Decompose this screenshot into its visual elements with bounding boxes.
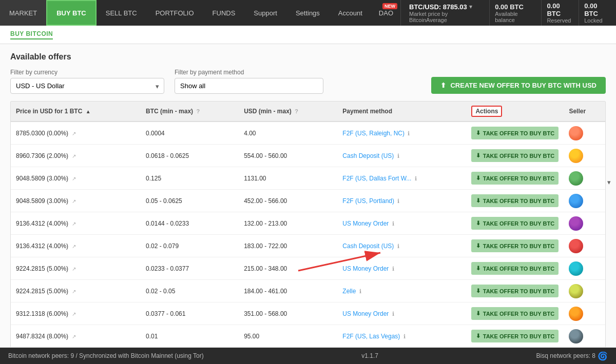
payment-cell: Zelle ℹ bbox=[337, 280, 466, 302]
avatar bbox=[569, 307, 583, 321]
payment-link[interactable]: Zelle bbox=[342, 288, 356, 295]
price-cell: 9048.5809 (3.00%) ↗ bbox=[11, 167, 141, 190]
btc-help-icon[interactable]: ? bbox=[196, 108, 200, 114]
take-offer-button[interactable]: ⬇ TAKE OFFER TO BUY BTC bbox=[471, 149, 559, 162]
table-row: 9224.2815 (5.00%) ↗ 0.0233 - 0.0377 215.… bbox=[11, 257, 605, 280]
price-cell: 9136.4312 (4.00%) ↗ bbox=[11, 235, 141, 257]
take-offer-icon: ⬇ bbox=[476, 310, 480, 317]
usd-cell: 215.00 - 348.00 bbox=[239, 257, 337, 280]
nav-portfolio[interactable]: PORTFOLIO bbox=[146, 0, 203, 26]
trend-icon: ↗ bbox=[72, 131, 76, 136]
trend-icon: ↗ bbox=[72, 176, 76, 181]
btc-usd-sub: Market price by BitcoinAverage bbox=[409, 11, 481, 23]
trend-icon: ↗ bbox=[72, 198, 76, 204]
payment-filter-wrapper: Show all F2F Cash Deposit US Money Order… bbox=[175, 78, 323, 94]
currency-select[interactable]: USD - US Dollar EUR - Euro GBP - British… bbox=[10, 78, 164, 94]
footer: Bitcoin network peers: 9 / Synchronized … bbox=[0, 348, 616, 364]
take-offer-icon: ⬇ bbox=[476, 242, 480, 249]
seller-cell bbox=[564, 212, 605, 235]
info-icon[interactable]: ℹ bbox=[403, 333, 406, 339]
payment-link[interactable]: F2F (US, Portland) bbox=[342, 197, 394, 205]
action-cell: ⬇ TAKE OFFER TO BUY BTC bbox=[466, 280, 564, 302]
take-offer-button[interactable]: ⬇ TAKE OFFER TO BUY BTC bbox=[471, 172, 559, 185]
nav-settings[interactable]: Settings bbox=[286, 0, 329, 26]
take-offer-label: TAKE OFFER TO BUY BTC bbox=[483, 130, 554, 136]
info-icon[interactable]: ℹ bbox=[397, 153, 399, 159]
info-icon[interactable]: ℹ bbox=[392, 266, 394, 272]
seller-cell bbox=[564, 235, 605, 257]
price-cell: 8960.7306 (2.00%) ↗ bbox=[11, 145, 141, 167]
payment-link[interactable]: US Money Order bbox=[342, 220, 389, 227]
usd-cell: 132.00 - 213.00 bbox=[239, 212, 337, 235]
nav-account[interactable]: Account bbox=[329, 0, 372, 26]
action-cell: ⬇ TAKE OFFER TO BUY BTC bbox=[466, 235, 564, 257]
take-offer-button[interactable]: ⬇ TAKE OFFER TO BUY BTC bbox=[471, 194, 559, 207]
table-row: 8785.0300 (0.00%) ↗ 0.0004 4.00 F2F (US,… bbox=[11, 122, 605, 145]
btc-dropdown-arrow[interactable]: ▾ bbox=[469, 3, 472, 10]
usd-cell: 4.00 bbox=[239, 122, 337, 145]
usd-cell: 183.00 - 722.00 bbox=[239, 235, 337, 257]
take-offer-button[interactable]: ⬇ TAKE OFFER TO BUY BTC bbox=[471, 307, 559, 320]
create-offer-label: CREATE NEW OFFER TO BUY BTC WITH USD bbox=[450, 82, 596, 89]
payment-link[interactable]: Cash Deposit (US) bbox=[342, 242, 394, 250]
footer-version: v1.1.7 bbox=[361, 352, 378, 359]
payment-cell: Cash Deposit (US) ℹ bbox=[337, 145, 466, 167]
payment-link[interactable]: US Money Order bbox=[342, 310, 389, 317]
info-icon[interactable]: ℹ bbox=[397, 243, 399, 249]
usd-help-icon[interactable]: ? bbox=[295, 108, 298, 114]
payment-cell: Cash Deposit (US) ℹ bbox=[337, 235, 466, 257]
take-offer-button[interactable]: ⬇ TAKE OFFER TO BUY BTC bbox=[471, 217, 559, 230]
seller-cell bbox=[564, 257, 605, 280]
take-offer-button[interactable]: ⬇ TAKE OFFER TO BUY BTC bbox=[471, 127, 559, 139]
btc-usd-price: BTC/USD: 8785.03 bbox=[409, 3, 467, 11]
table-row: 9224.2815 (5.00%) ↗ 0.02 - 0.05 184.00 -… bbox=[11, 280, 605, 302]
action-cell: ⬇ TAKE OFFER TO BUY BTC bbox=[466, 190, 564, 212]
info-icon[interactable]: ℹ bbox=[392, 220, 394, 227]
info-icon[interactable]: ℹ bbox=[392, 311, 394, 317]
table-row: 9312.1318 (6.00%) ↗ 0.0377 - 0.061 351.0… bbox=[11, 302, 605, 325]
payment-link[interactable]: F2F (US, Raleigh, NC) bbox=[342, 130, 405, 137]
action-cell: ⬇ TAKE OFFER TO BUY BTC bbox=[466, 302, 564, 325]
nav-market[interactable]: MARKET bbox=[0, 0, 46, 26]
btc-cell: 0.02 - 0.05 bbox=[141, 280, 239, 302]
take-offer-button[interactable]: ⬇ TAKE OFFER TO BUY BTC bbox=[471, 285, 559, 297]
nav-support[interactable]: Support bbox=[244, 0, 286, 26]
col-header-price[interactable]: Price in USD for 1 BTC ▲ bbox=[11, 102, 141, 122]
take-offer-icon: ⬇ bbox=[476, 130, 480, 136]
nav-dao[interactable]: NEW DAO bbox=[372, 0, 400, 26]
bisq-logo-icon: 🌀 bbox=[598, 351, 608, 361]
price-cell: 9048.5809 (3.00%) ↗ bbox=[11, 190, 141, 212]
action-cell: ⬇ TAKE OFFER TO BUY BTC bbox=[466, 167, 564, 190]
payment-link[interactable]: US Money Order bbox=[342, 265, 389, 272]
trend-icon: ↗ bbox=[72, 289, 76, 294]
payment-link[interactable]: F2F (US, Las Vegas) bbox=[342, 333, 400, 340]
avatar bbox=[569, 261, 583, 276]
info-icon[interactable]: ℹ bbox=[415, 175, 417, 181]
payment-select[interactable]: Show all F2F Cash Deposit US Money Order… bbox=[175, 78, 323, 94]
nav-buy-btc[interactable]: BUY BTC bbox=[46, 0, 97, 26]
nav-funds[interactable]: FUNDS bbox=[203, 0, 245, 26]
btc-cell: 0.0144 - 0.0233 bbox=[141, 212, 239, 235]
take-offer-button[interactable]: ⬇ TAKE OFFER TO BUY BTC bbox=[471, 330, 559, 342]
price-cell: 9487.8324 (8.00%) ↗ bbox=[11, 325, 141, 348]
col-header-usd: USD (min - max) ? bbox=[239, 102, 337, 122]
take-offer-icon: ⬇ bbox=[476, 288, 480, 294]
info-icon[interactable]: ℹ bbox=[359, 288, 361, 294]
take-offer-button[interactable]: ⬇ TAKE OFFER TO BUY BTC bbox=[471, 239, 559, 252]
info-icon[interactable]: ℹ bbox=[397, 198, 399, 204]
trend-icon: ↗ bbox=[72, 311, 76, 317]
trend-icon: ↗ bbox=[72, 221, 76, 227]
nav-sell-btc[interactable]: SELL BTC bbox=[97, 0, 146, 26]
seller-cell bbox=[564, 145, 605, 167]
info-icon[interactable]: ℹ bbox=[408, 130, 410, 136]
payment-cell: US Money Order ℹ bbox=[337, 212, 466, 235]
take-offer-button[interactable]: ⬇ TAKE OFFER TO BUY BTC bbox=[471, 262, 559, 275]
create-offer-button[interactable]: ⬆ CREATE NEW OFFER TO BUY BTC WITH USD bbox=[431, 77, 606, 94]
avatar bbox=[569, 329, 583, 343]
sort-price-icon: ▲ bbox=[86, 109, 91, 114]
table-row: 9136.4312 (4.00%) ↗ 0.0144 - 0.0233 132.… bbox=[11, 212, 605, 235]
available-balance-label: Available balance bbox=[495, 11, 536, 23]
payment-link[interactable]: F2F (US, Dallas Fort W... bbox=[342, 175, 411, 182]
trend-icon: ↗ bbox=[72, 244, 76, 249]
payment-link[interactable]: Cash Deposit (US) bbox=[342, 152, 394, 159]
